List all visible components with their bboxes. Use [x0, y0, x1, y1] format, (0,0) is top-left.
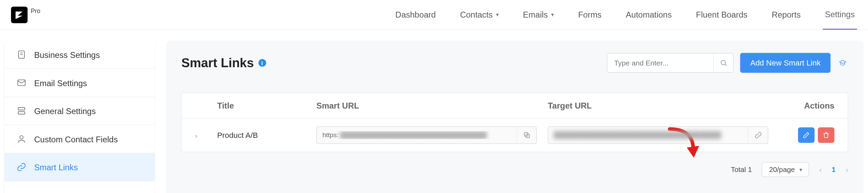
target-url-field: ████████████████████████████████: [548, 126, 768, 144]
search-box: [607, 53, 734, 73]
page-size-select[interactable]: 20/page ▾: [762, 162, 809, 177]
smart-links-table: Title Smart URL Target URL Actions › Pro…: [181, 93, 848, 152]
info-icon[interactable]: i: [258, 59, 266, 67]
smart-url-prefix: https:: [322, 131, 339, 139]
nav-reports-label: Reports: [772, 10, 800, 19]
sidebar-item-label: Custom Contact Fields: [34, 134, 118, 144]
mail-icon: [17, 78, 27, 88]
nav-automations[interactable]: Automations: [623, 0, 674, 30]
copy-icon[interactable]: [516, 127, 536, 143]
nav-forms-label: Forms: [578, 10, 601, 19]
page-nav: ‹ 1 ›: [819, 165, 848, 174]
pagination: Total 1 20/page ▾ ‹ 1 ›: [181, 162, 848, 177]
nav-automations-label: Automations: [626, 10, 672, 19]
settings-sidebar: Business Settings Email Settings General…: [4, 41, 155, 193]
main-content: Smart Links i Add New Smart Link Tit: [166, 41, 864, 193]
prev-page-button[interactable]: ‹: [819, 165, 822, 174]
sidebar-item-label: Email Settings: [34, 78, 87, 87]
target-url-value: ████████████████████████████████: [548, 131, 748, 139]
sidebar-item-label: Business Settings: [34, 50, 100, 59]
sliders-icon: [17, 106, 27, 116]
sidebar-item-general[interactable]: General Settings: [4, 97, 155, 125]
topbar: Pro Dashboard Contacts▾ Emails▾ Forms Au…: [0, 0, 868, 30]
page-header: Smart Links i Add New Smart Link: [181, 53, 848, 73]
col-smart-url: Smart URL: [316, 101, 548, 110]
sidebar-item-smart-links[interactable]: Smart Links: [4, 153, 155, 182]
svg-line-8: [725, 64, 726, 66]
brand: Pro: [11, 6, 40, 23]
col-title: Title: [217, 101, 316, 110]
svg-point-6: [20, 136, 23, 139]
sidebar-item-email[interactable]: Email Settings: [4, 69, 155, 97]
smart-url-hidden: ████████████████████████████: [340, 131, 487, 139]
sidebar-item-label: Smart Links: [34, 162, 78, 172]
nav-contacts[interactable]: Contacts▾: [458, 0, 501, 30]
nav-emails[interactable]: Emails▾: [521, 0, 556, 30]
page-title: Smart Links i: [181, 55, 266, 70]
svg-rect-4: [18, 108, 25, 110]
add-smart-link-button[interactable]: Add New Smart Link: [740, 53, 830, 73]
nav-forms[interactable]: Forms: [576, 0, 604, 30]
smart-url-field: https: ████████████████████████████: [316, 126, 537, 144]
chevron-down-icon: ▾: [799, 166, 802, 173]
page-number: 1: [832, 165, 836, 174]
logo-icon: [11, 6, 28, 23]
link-icon: [17, 162, 27, 172]
table-header: Title Smart URL Target URL Actions: [182, 93, 848, 119]
nav-emails-label: Emails: [523, 10, 548, 19]
delete-button[interactable]: [818, 128, 834, 143]
col-expand: [195, 101, 217, 110]
pro-label: Pro: [31, 6, 40, 14]
user-icon: [17, 134, 27, 144]
row-title: Product A/B: [217, 131, 258, 140]
primary-nav: Dashboard Contacts▾ Emails▾ Forms Automa…: [393, 0, 857, 30]
sidebar-item-label: General Settings: [34, 106, 96, 115]
nav-fluent-boards[interactable]: Fluent Boards: [694, 0, 750, 30]
sidebar-item-contact-fields[interactable]: Custom Contact Fields: [4, 125, 155, 153]
nav-dashboard-label: Dashboard: [395, 10, 436, 19]
nav-settings-label: Settings: [825, 9, 855, 19]
graduation-cap-icon[interactable]: [837, 57, 848, 68]
header-actions: Add New Smart Link: [607, 53, 848, 73]
table-row: › Product A/B https: ███████████████████…: [182, 119, 848, 152]
page-title-text: Smart Links: [181, 55, 254, 70]
total-count: Total 1: [731, 165, 752, 174]
edit-button[interactable]: [798, 128, 815, 143]
app-body: Business Settings Email Settings General…: [0, 41, 868, 193]
col-actions: Actions: [779, 101, 834, 110]
chevron-down-icon: ▾: [496, 12, 499, 18]
page-size-label: 20/page: [769, 165, 795, 174]
next-page-button[interactable]: ›: [846, 165, 848, 174]
document-icon: [17, 50, 27, 60]
nav-reports[interactable]: Reports: [769, 0, 803, 30]
col-target-url: Target URL: [548, 101, 779, 110]
row-actions: [798, 128, 835, 143]
smart-url-value: https: ████████████████████████████: [317, 131, 516, 139]
nav-settings[interactable]: Settings: [823, 0, 857, 30]
nav-fluent-boards-label: Fluent Boards: [696, 10, 747, 19]
nav-dashboard[interactable]: Dashboard: [393, 0, 438, 30]
chevron-down-icon: ▾: [551, 12, 554, 18]
open-link-icon[interactable]: [748, 127, 768, 143]
search-button[interactable]: [713, 53, 733, 72]
sidebar-item-business[interactable]: Business Settings: [4, 41, 155, 69]
svg-point-7: [721, 60, 725, 65]
svg-rect-3: [18, 80, 25, 86]
svg-rect-5: [18, 112, 25, 114]
search-input[interactable]: [608, 59, 713, 67]
expand-row-toggle[interactable]: ›: [195, 132, 197, 139]
nav-contacts-label: Contacts: [460, 10, 493, 19]
